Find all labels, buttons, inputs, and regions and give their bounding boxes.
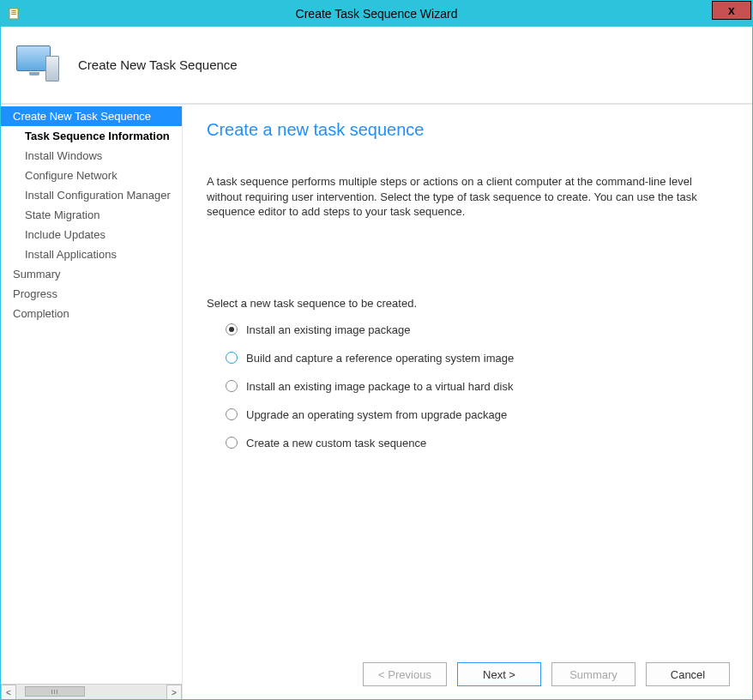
summary-button[interactable]: Summary [551,662,636,686]
sidebar-item-label: State Migration [25,208,99,221]
sidebar-item-label: Completion [13,307,69,320]
sidebar: Create New Task Sequence Task Sequence I… [1,105,183,699]
scroll-left-button[interactable]: < [1,685,16,699]
sidebar-item-label: Configure Network [25,169,117,182]
svg-rect-3 [11,14,16,15]
sidebar-item-state-migration[interactable]: State Migration [1,205,182,225]
header-title: Create New Task Sequence [78,57,238,72]
sidebar-list: Create New Task Sequence Task Sequence I… [1,105,182,684]
sidebar-item-summary[interactable]: Summary [1,264,182,284]
wizard-footer: < Previous Next > Summary Cancel [183,649,752,699]
sidebar-item-create-new-task-sequence[interactable]: Create New Task Sequence [1,106,182,126]
radio-option-install-existing-image[interactable]: Install an existing image package [226,323,728,336]
svg-rect-1 [11,10,16,11]
cancel-button[interactable]: Cancel [646,662,730,686]
sidebar-item-include-updates[interactable]: Include Updates [1,225,182,244]
sidebar-item-label: Progress [13,287,57,300]
radio-option-build-capture-reference[interactable]: Build and capture a reference operating … [226,352,728,365]
radio-icon [226,323,238,335]
close-icon: x [728,3,735,17]
sidebar-item-install-windows[interactable]: Install Windows [1,146,182,166]
sidebar-item-label: Install Applications [25,248,117,261]
close-button[interactable]: x [712,1,751,20]
task-sequence-type-radio-group: Install an existing image package Build … [207,323,728,450]
titlebar: Create Task Sequence Wizard x [1,1,752,27]
chevron-right-icon: > [172,688,177,697]
main-content: Create a new task sequence A task sequen… [183,105,752,649]
titlebar-buttons: x [712,1,752,27]
scrollbar-track[interactable]: III [16,685,166,699]
radio-icon [226,380,238,392]
body-area: Create New Task Sequence Task Sequence I… [1,104,752,699]
scrollbar-thumb[interactable]: III [25,686,85,697]
header-band: Create New Task Sequence [1,27,752,104]
wizard-window: Create Task Sequence Wizard x Create New… [0,0,753,700]
sidebar-item-configure-network[interactable]: Configure Network [1,166,182,185]
scroll-right-button[interactable]: > [166,685,182,699]
page-title: Create a new task sequence [207,120,728,140]
radio-icon [226,408,238,420]
computer-icon [16,44,59,87]
radio-option-upgrade-os[interactable]: Upgrade an operating system from upgrade… [226,408,728,421]
page-description: A task sequence performs multiple steps … [207,174,721,220]
previous-button[interactable]: < Previous [363,662,447,686]
radio-label: Upgrade an operating system from upgrade… [246,408,507,421]
radio-icon [226,352,238,364]
sidebar-item-completion[interactable]: Completion [1,304,182,323]
radio-label: Build and capture a reference operating … [246,352,514,365]
radio-label: Create a new custom task sequence [246,437,426,450]
sidebar-item-label: Task Sequence Information [25,130,170,142]
window-title: Create Task Sequence Wizard [1,7,752,21]
main-panel: Create a new task sequence A task sequen… [183,105,752,699]
select-label: Select a new task sequence to be created… [207,297,728,310]
next-button[interactable]: Next > [457,662,541,686]
radio-label: Install an existing image package to a v… [246,380,513,393]
sidebar-horizontal-scrollbar[interactable]: < III > [1,684,182,699]
sidebar-item-label: Summary [13,268,61,281]
radio-icon [226,437,238,449]
app-icon [8,7,21,21]
sidebar-item-label: Include Updates [25,228,105,241]
sidebar-item-install-configuration-manager[interactable]: Install Configuration Manager [1,185,182,205]
radio-option-install-to-vhd[interactable]: Install an existing image package to a v… [226,380,728,393]
radio-option-custom-sequence[interactable]: Create a new custom task sequence [226,437,728,450]
sidebar-item-label: Install Configuration Manager [25,189,171,202]
radio-label: Install an existing image package [246,323,411,336]
sidebar-item-progress[interactable]: Progress [1,284,182,304]
svg-rect-2 [11,12,16,13]
sidebar-item-install-applications[interactable]: Install Applications [1,244,182,264]
sidebar-item-task-sequence-information[interactable]: Task Sequence Information [1,126,182,146]
chevron-left-icon: < [6,688,11,697]
sidebar-item-label: Create New Task Sequence [13,110,151,123]
sidebar-item-label: Install Windows [25,149,102,162]
